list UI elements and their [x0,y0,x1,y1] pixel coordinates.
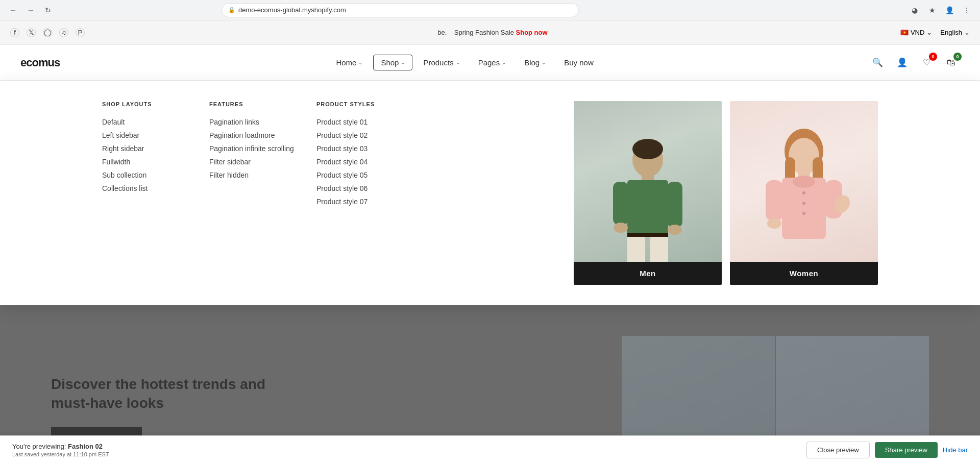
men-image-card[interactable]: Men [574,101,722,285]
forward-button[interactable]: → [23,3,38,17]
svg-rect-3 [627,180,668,236]
menu-icon[interactable]: ⋮ [960,3,974,17]
layout-fullwidth[interactable]: Fullwidth [102,155,189,168]
product-style-04[interactable]: Product style 04 [316,155,403,168]
svg-point-17 [793,176,815,188]
sale-label: Spring Fashion Sale [454,29,514,36]
svg-point-1 [632,139,663,159]
blog-chevron-icon: ⌄ [542,60,546,65]
profile-icon[interactable]: 👤 [942,3,957,17]
preview-actions: Close preview Share preview Hide bar [806,442,968,458]
facebook-icon[interactable]: f [10,28,19,37]
shop-layouts-column: SHOP LAYOUTS Default Left sidebar Right … [102,101,189,285]
feature-filter-hidden[interactable]: Filter hidden [209,168,296,182]
dropdown-images: Men [574,101,878,285]
nav-item-shop[interactable]: Shop ⌄ [373,55,412,70]
features-list: Pagination links Pagination loadmore Pag… [209,115,296,182]
browser-nav-buttons: ← → ↻ [6,3,55,17]
nav-item-pages[interactable]: Pages ⌄ [471,55,514,70]
url-text: demo-ecomus-global.myshopify.com [238,6,346,14]
layout-right-sidebar[interactable]: Right sidebar [102,142,189,155]
shop-chevron-icon: ⌄ [401,60,405,65]
account-button[interactable]: 👤 [894,55,911,71]
social-icons: f 𝕏 ◯ ♫ P [10,28,85,37]
products-chevron-icon: ⌄ [456,60,460,65]
svg-point-21 [767,218,781,229]
svg-point-23 [802,202,805,205]
close-preview-button[interactable]: Close preview [806,442,870,458]
feature-filter-sidebar[interactable]: Filter sidebar [209,155,296,168]
browser-actions: ◕ ★ 👤 ⋮ [908,3,974,17]
feature-pagination-infinite[interactable]: Pagination infinite scrolling [209,142,296,155]
layout-left-sidebar[interactable]: Left sidebar [102,129,189,142]
instagram-icon[interactable]: ◯ [43,28,52,37]
nav-item-blog[interactable]: Blog ⌄ [517,55,553,70]
men-label: Men [574,262,722,285]
women-label: Women [730,262,878,285]
announcement-body: be. [437,29,447,36]
svg-point-24 [802,212,805,215]
lang-currency: 🇻🇳 VND ⌄ English ⌄ [900,29,970,36]
layout-default[interactable]: Default [102,115,189,129]
hero-title: Discover the hottest trends and must-hav… [51,375,306,412]
product-style-01[interactable]: Product style 01 [316,115,403,129]
wishlist-badge: 0 [929,53,937,61]
feature-pagination-links[interactable]: Pagination links [209,115,296,129]
saved-text: Last saved yesterday at 11:10 pm EST [12,451,109,457]
svg-rect-5 [667,182,682,228]
features-column: FEATURES Pagination links Pagination loa… [209,101,296,285]
language-button[interactable]: English ⌄ [940,29,970,36]
cart-button[interactable]: 🛍 0 [943,55,960,71]
bookmark-icon[interactable]: ★ [925,3,939,17]
browser-chrome: ← → ↻ 🔒 demo-ecomus-global.myshopify.com… [0,0,980,20]
address-bar[interactable]: 🔒 demo-ecomus-global.myshopify.com [222,3,579,17]
cart-badge: 0 [953,53,962,61]
layout-sub-collection[interactable]: Sub collection [102,168,189,182]
dropdown-inner: SHOP LAYOUTS Default Left sidebar Right … [0,81,980,305]
svg-rect-18 [766,180,783,221]
features-heading: FEATURES [209,101,296,107]
product-style-07[interactable]: Product style 07 [316,195,403,208]
svg-point-22 [802,191,805,194]
pinterest-icon[interactable]: P [76,28,85,37]
svg-point-7 [668,225,682,235]
sale-link[interactable]: Shop now [516,29,548,36]
nav-links: Home ⌄ Shop ⌄ Products ⌄ Pages ⌄ Blog ⌄ … [328,55,601,70]
logo[interactable]: ecomus [20,56,60,69]
main-navigation: ecomus Home ⌄ Shop ⌄ Products ⌄ Pages ⌄ … [0,45,980,81]
product-style-03[interactable]: Product style 03 [316,142,403,155]
announcement-text: be. Spring Fashion Sale Shop now [85,29,900,36]
pages-chevron-icon: ⌄ [502,60,506,65]
theme-name: Fashion 02 [68,443,103,450]
twitter-icon[interactable]: 𝕏 [27,28,36,37]
flag-icon: 🇻🇳 [900,29,909,36]
women-image-card[interactable]: Women [730,101,878,285]
layout-collections-list[interactable]: Collections list [102,182,189,195]
feature-pagination-loadmore[interactable]: Pagination loadmore [209,129,296,142]
reload-button[interactable]: ↻ [41,3,55,17]
previewing-label: You're previewing: [12,443,66,450]
hide-bar-button[interactable]: Hide bar [943,446,968,454]
share-preview-button[interactable]: Share preview [875,442,938,458]
product-style-05[interactable]: Product style 05 [316,168,403,182]
shop-layouts-list: Default Left sidebar Right sidebar Fullw… [102,115,189,195]
lock-icon: 🔒 [228,7,235,13]
svg-rect-4 [613,182,628,225]
nav-item-buynow[interactable]: Buy now [556,55,601,70]
product-style-02[interactable]: Product style 02 [316,129,403,142]
currency-button[interactable]: 🇻🇳 VND ⌄ [900,29,932,36]
wishlist-button[interactable]: ♡ 0 [919,55,935,71]
women-figure-svg [755,127,852,285]
back-button[interactable]: ← [6,3,20,17]
language-chevron: ⌄ [964,29,970,36]
preview-info: You're previewing: Fashion 02 Last saved… [12,443,109,457]
nav-item-home[interactable]: Home ⌄ [328,55,370,70]
product-styles-list: Product style 01 Product style 02 Produc… [316,115,403,208]
nav-item-products[interactable]: Products ⌄ [415,55,467,70]
extensions-icon[interactable]: ◕ [908,3,922,17]
search-button[interactable]: 🔍 [870,55,886,71]
shop-dropdown: SHOP LAYOUTS Default Left sidebar Right … [0,81,980,305]
svg-point-6 [614,223,628,233]
product-style-06[interactable]: Product style 06 [316,182,403,195]
tiktok-icon[interactable]: ♫ [59,28,68,37]
